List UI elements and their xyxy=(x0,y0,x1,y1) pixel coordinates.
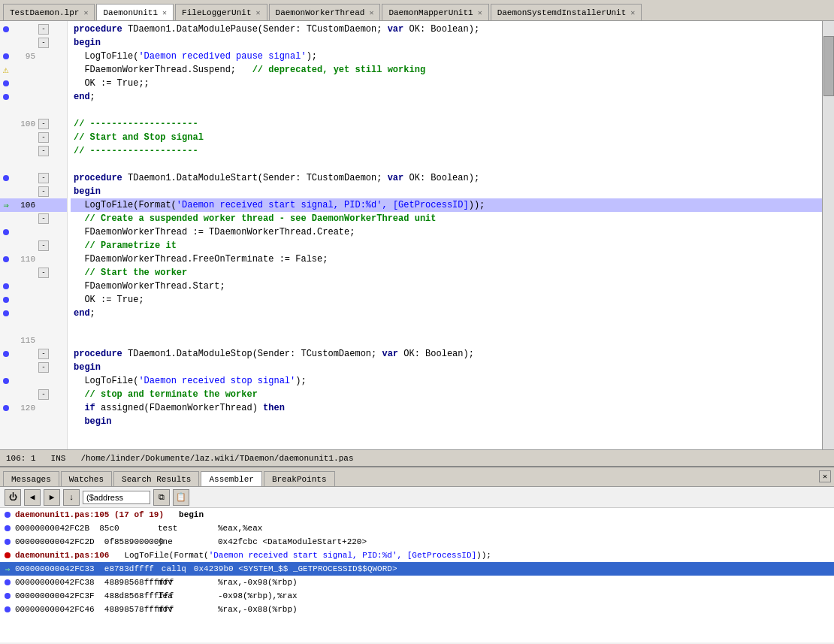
code-line: // Create a suspended worker thread - se… xyxy=(71,212,822,225)
insert-mode: INS xyxy=(51,454,66,463)
step-button[interactable]: ↓ xyxy=(63,489,80,506)
asm-row: 000000000042FC46 48898578ffffff mov %rax… xyxy=(0,603,834,616)
tab-breakpoints[interactable]: BreakPoints xyxy=(264,471,335,486)
tab-daemonunit1[interactable]: DaemonUnit1 ✕ xyxy=(96,4,174,21)
code-line: LogToFile('Daemon recedived pause signal… xyxy=(71,50,822,63)
tab-messages[interactable]: Messages xyxy=(3,471,59,486)
code-line: if assigned(FDaemonWorkerThread) then xyxy=(71,401,822,415)
tab-watches[interactable]: Watches xyxy=(61,471,112,486)
bottom-panel: ✕ Messages Watches Search Results Assemb… xyxy=(0,466,834,642)
editor-container: - - 95 ⚠ 100- - - - - ⇒106 - - 110 xyxy=(0,21,834,449)
code-line xyxy=(71,104,822,117)
tab-filelogger[interactable]: FileLoggerUnit ✕ xyxy=(175,4,267,20)
line-gutter: - - 95 ⚠ 100- - - - - ⇒106 - - 110 xyxy=(0,21,68,449)
tab-close-mapperunit[interactable]: ✕ xyxy=(478,8,482,17)
tab-close-workerthread[interactable]: ✕ xyxy=(369,8,373,17)
code-line: // Start the worker xyxy=(71,266,822,280)
code-line: procedure TDaemon1.DataModuleStart(Sende… xyxy=(71,171,822,185)
scrollbar-thumb[interactable] xyxy=(823,36,834,96)
asm-row: daemonunit1.pas:105 (17 of 19) begin xyxy=(0,508,834,522)
code-line: begin xyxy=(71,415,822,428)
code-line: begin xyxy=(71,361,822,374)
tab-close-testdaemon[interactable]: ✕ xyxy=(83,8,88,17)
fold-btn[interactable]: - xyxy=(38,24,49,35)
file-path: /home/linder/Dokumente/laz.wiki/TDaemon/… xyxy=(80,454,353,463)
asm-row-selected: ⇒ 000000000042FC33 e8783dffff callq 0x42… xyxy=(0,562,834,576)
power-button[interactable]: ⏻ xyxy=(5,489,21,506)
code-line: FDaemonWorkerThread.Start; xyxy=(71,280,822,293)
code-editor[interactable]: procedure TDaemon1.DataModulePause(Sende… xyxy=(68,21,822,449)
code-line: begin xyxy=(71,185,822,198)
code-line: FDaemonWorkerThread.Suspend; // deprecat… xyxy=(71,63,822,77)
code-line: // Parametrize it xyxy=(71,239,822,252)
code-line: procedure TDaemon1.DataModulePause(Sende… xyxy=(71,23,822,36)
tab-close-filelogger[interactable]: ✕ xyxy=(256,8,261,17)
tab-close-systemd[interactable]: ✕ xyxy=(630,8,635,17)
bottom-tab-bar: ✕ Messages Watches Search Results Assemb… xyxy=(0,467,834,487)
code-line: FDaemonWorkerThread.FreeOnTerminate := F… xyxy=(71,252,822,266)
asm-row: 000000000042FC2D 0f8589000000 jne 0x42fc… xyxy=(0,535,834,549)
tab-search-results[interactable]: Search Results xyxy=(113,471,199,486)
tab-workerthread[interactable]: DaemonWorkerThread ✕ xyxy=(269,4,381,20)
assembler-toolbar: ⏻ ◀ ▶ ↓ ⧉ 📋 xyxy=(0,487,834,508)
code-line: FDaemonWorkerThread := TDaemonWorkerThre… xyxy=(71,225,822,239)
code-line xyxy=(71,158,822,171)
tab-close-daemonunit1[interactable]: ✕ xyxy=(162,8,167,17)
code-line: // Start and Stop signal xyxy=(71,131,822,144)
asm-row: daemonunit1.pas:106 LogToFile(Format('Da… xyxy=(0,549,834,562)
tab-bar: TestDaemon.lpr ✕ DaemonUnit1 ✕ FileLogge… xyxy=(0,0,834,21)
tab-systemdinstaller[interactable]: DaemonSystemdInstallerUnit ✕ xyxy=(491,4,642,20)
asm-row: 000000000042FC38 48898568ffffff mov %rax… xyxy=(0,576,834,589)
tab-assembler[interactable]: Assembler xyxy=(201,471,261,486)
address-input[interactable] xyxy=(83,491,150,504)
status-bar: 106: 1 INS /home/linder/Dokumente/laz.wi… xyxy=(0,449,834,466)
code-line: end; xyxy=(71,90,822,104)
asm-row: 00000000042FC2B 85c0 test %eax,%eax xyxy=(0,522,834,535)
asm-row: 000000000042FC3F 488d8568ffffff lea -0x9… xyxy=(0,589,834,603)
prev-button[interactable]: ◀ xyxy=(24,489,41,506)
code-line: begin xyxy=(71,36,822,50)
code-line: end; xyxy=(71,307,822,320)
code-line: // -------------------- xyxy=(71,117,822,131)
tab-testdaemon[interactable]: TestDaemon.lpr ✕ xyxy=(3,4,95,20)
code-line: OK := True;; xyxy=(71,77,822,90)
code-line: LogToFile('Daemon received stop signal')… xyxy=(71,374,822,388)
code-line xyxy=(71,320,822,334)
code-line-106: LogToFile(Format('Daemon received start … xyxy=(71,198,822,212)
vertical-scrollbar[interactable] xyxy=(822,21,834,449)
tab-mapperunit[interactable]: DaemonMapperUnit1 ✕ xyxy=(382,4,488,20)
close-panel-button[interactable]: ✕ xyxy=(819,470,831,482)
code-line: // stop and terminate the worker xyxy=(71,388,822,401)
assembler-view[interactable]: daemonunit1.pas:105 (17 of 19) begin 000… xyxy=(0,508,834,641)
paste-button[interactable]: 📋 xyxy=(173,489,189,506)
cursor-position: 106: 1 xyxy=(6,454,36,463)
copy-button[interactable]: ⧉ xyxy=(153,489,170,506)
next-button[interactable]: ▶ xyxy=(44,489,60,506)
code-line: OK := True; xyxy=(71,293,822,307)
code-line xyxy=(71,334,822,347)
code-line: // -------------------- xyxy=(71,144,822,158)
code-line: procedure TDaemon1.DataModuleStop(Sender… xyxy=(71,347,822,361)
